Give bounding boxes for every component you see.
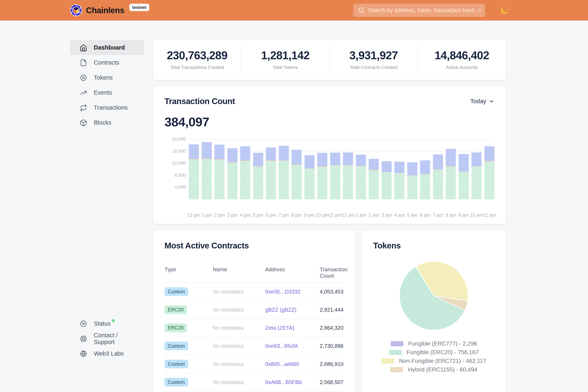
contract-address-link[interactable]: gBZZ (gBZZ) [265, 307, 296, 313]
x-axis-tick: 9 pm [304, 212, 315, 218]
sidebar: DashboardContractsTokensEventsTransactio… [70, 20, 144, 392]
transaction-count-title: Transaction Count [164, 97, 235, 106]
x-axis-tick: 6 pm [266, 212, 276, 218]
chevron-down-icon [489, 98, 495, 104]
bar-10am [472, 152, 482, 199]
green-segment [472, 166, 482, 199]
legend-item: Non-Fungible (ERC721) - 462,117 [373, 358, 495, 364]
blue-segment [266, 148, 276, 160]
bar-11pm [330, 152, 340, 199]
bar-4pm [240, 146, 250, 199]
blue-segment [356, 155, 366, 166]
blue-segment [304, 155, 315, 168]
blue-segment [433, 154, 443, 169]
contract-type-badge: Custom [164, 287, 188, 296]
legend-swatch [390, 367, 403, 372]
x-axis-tick: 12 pm [189, 212, 199, 218]
contract-address-link[interactable]: 0x805...ae660 [265, 361, 299, 367]
trending-icon [80, 89, 87, 96]
bar-2am [369, 159, 379, 199]
green-segment [227, 162, 237, 199]
column-header-name: Name [213, 266, 265, 273]
legend-label: Fungible (ERC777) - 2,296 [408, 340, 477, 347]
stat-value: 3,931,927 [330, 49, 418, 62]
blue-segment [279, 146, 289, 160]
y-axis-tick: 8,000 [174, 172, 186, 178]
legend-swatch [389, 350, 402, 355]
bar-6pm [266, 148, 276, 199]
sidebar-item-blocks[interactable]: Blocks [70, 115, 144, 130]
contract-address-link[interactable]: 0xe5E...D3332 [265, 288, 301, 295]
globe-icon [80, 350, 87, 358]
stat-value: 1,281,142 [241, 49, 329, 62]
x-axis-tick: 6 am [420, 212, 430, 218]
blue-segment [227, 148, 237, 162]
green-segment [356, 166, 366, 199]
sidebar-item-web3-labs[interactable]: Web3 Labs [70, 346, 144, 361]
sidebar-item-label: Transactions [94, 104, 128, 111]
lifebuoy-icon [80, 335, 87, 342]
sidebar-item-status[interactable]: Status [70, 316, 144, 331]
bar-9pm [304, 155, 315, 199]
sidebar-item-contracts[interactable]: Contracts [70, 55, 144, 70]
moon-icon [499, 5, 510, 16]
bar-2pm [214, 144, 224, 199]
x-axis-tick: 9 am [459, 212, 469, 218]
table-row: ERC20No metadatagBZZ (gBZZ)2,921,444 [164, 301, 344, 319]
bar-8pm [292, 150, 302, 199]
y-axis-tick: 4,000 [174, 184, 186, 190]
contract-name: No metadata [213, 325, 265, 331]
dark-mode-toggle[interactable] [499, 5, 510, 16]
table-row: CustomNo metadata0xe5E...D33324,053,453 [164, 283, 344, 301]
x-axis-tick: 10 am [472, 212, 482, 218]
sidebar-item-contact-support[interactable]: Contact / Support [70, 331, 144, 346]
blue-segment [240, 146, 250, 160]
range-selector[interactable]: Today [470, 98, 495, 105]
green-segment [253, 166, 263, 199]
green-segment [433, 170, 443, 199]
x-axis-tick: 4 pm [240, 212, 250, 218]
search-bar[interactable] [353, 4, 485, 17]
green-segment [484, 161, 495, 199]
y-axis-tick: 12,000 [172, 160, 186, 166]
sidebar-item-dashboard[interactable]: Dashboard [70, 40, 144, 55]
sidebar-item-label: Dashboard [94, 44, 125, 51]
contract-tx-count: 2,730,896 [320, 343, 344, 349]
table-row: ERC20No metadataZeta (ZETA)2,864,320 [164, 319, 344, 337]
blue-segment [343, 152, 353, 165]
bar-3pm [227, 148, 237, 199]
blue-segment [394, 162, 404, 173]
contract-type-badge: ERC20 [164, 306, 187, 314]
legend-item: Hybrid (ERC1155) - 60,494 [373, 366, 495, 373]
brand[interactable]: Chainlens testnet [70, 4, 149, 16]
activity-icon [80, 320, 87, 328]
file-icon [80, 59, 87, 66]
tokens-pie-chart [373, 260, 495, 331]
contract-type-badge: Custom [164, 342, 188, 350]
tokens-card: Tokens Fungible (ERC777) - 2,296Fungible… [362, 230, 506, 392]
green-segment [304, 169, 315, 199]
tokens-title: Tokens [373, 241, 495, 250]
stats-summary-card: 230,763,289Total Transactions Created1,2… [153, 39, 506, 80]
sidebar-item-transactions[interactable]: Transactions [70, 100, 144, 115]
contracts-table-header: TypeNameAddressTransaction Count [164, 266, 344, 283]
sidebar-item-events[interactable]: Events [70, 85, 144, 100]
bar-1pm [202, 142, 212, 199]
contract-address-link[interactable]: 0xA6B...B5FBb [265, 379, 302, 385]
search-input[interactable] [368, 7, 481, 14]
tokens-legend: Fungible (ERC777) - 2,296Fungible (ERC20… [373, 340, 495, 373]
contract-tx-count: 4,053,453 [320, 288, 344, 295]
green-segment [202, 159, 212, 199]
green-segment [240, 161, 250, 199]
column-header-transaction-count: Transaction Count [320, 266, 347, 279]
contract-address-link[interactable]: 0xe93...85cfA [265, 343, 298, 349]
stat-label: Total Transactions Created [153, 65, 241, 70]
stat-total-tokens: 1,281,142Total Tokens [241, 47, 329, 72]
bar-11am [484, 146, 495, 199]
blue-segment [253, 153, 263, 166]
sidebar-item-tokens[interactable]: Tokens [70, 70, 144, 85]
contract-address-link[interactable]: Zeta (ZETA) [265, 325, 294, 331]
blue-segment [420, 160, 430, 174]
green-segment [189, 159, 199, 199]
sidebar-item-label: Blocks [94, 119, 111, 126]
